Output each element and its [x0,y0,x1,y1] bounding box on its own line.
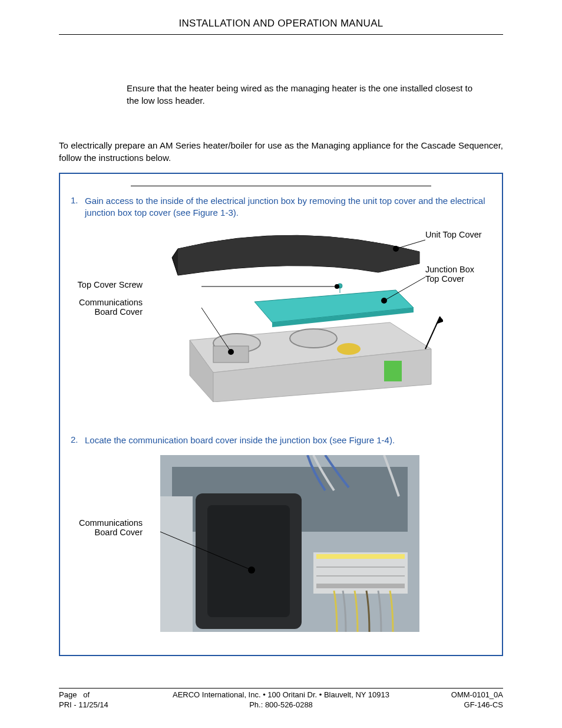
footer-phone: Ph.: 800-526-0288 [249,700,313,709]
footer-left: Page of PRI - 11/25/14 [59,690,141,710]
footer-pri-date: PRI - 11/25/14 [59,700,108,709]
footer-company: AERCO International, Inc. • 100 Oritani … [173,690,389,699]
label-line2: Board Cover [95,307,143,317]
label-communications-board-cover: Communications Board Cover [66,298,143,317]
footer-page-prefix: Page [59,690,77,699]
footer-right: OMM-0101_0A GF-146-CS [421,690,503,710]
footer-doc-no: OMM-0101_0A [451,690,503,699]
svg-rect-10 [384,361,402,381]
figure-1-3: Unit Top Cover Junction Box Top Cover To… [66,225,496,402]
note-text: Ensure that the heater being wired as th… [127,82,474,107]
label-line2: Board Cover [95,528,143,537]
footer-page-of: of [83,690,90,699]
figure-1-4: Communications Board Cover [66,452,496,635]
figure-1-4-svg [160,455,419,632]
svg-marker-20 [436,317,443,324]
svg-rect-31 [316,554,405,559]
svg-line-17 [384,277,425,301]
step-number: 2. [71,434,85,446]
figure-1-3-svg [137,225,443,402]
svg-line-16 [396,240,425,249]
label-line1: Junction Box [425,265,474,274]
rule-line [131,186,431,186]
svg-point-11 [337,343,361,355]
instruction-box: 1. Gain access to the inside of the elec… [59,173,503,656]
intro-paragraph: To electrically prepare an AM Series hea… [59,139,503,164]
footer-center: AERCO International, Inc. • 100 Oritani … [141,690,421,710]
label-line2: Top Cover [425,274,464,284]
svg-rect-25 [160,496,193,632]
label-line1: Communications [79,298,143,307]
svg-rect-24 [207,505,290,617]
label-top-cover-screw: Top Cover Screw [66,280,143,290]
label-junction-box-top-cover: Junction Box Top Cover [425,265,496,284]
step-number: 1. [71,195,85,219]
step-text: Locate the communication board cover ins… [85,434,401,446]
page-footer: Page of PRI - 11/25/14 AERCO Internation… [59,688,503,710]
label-unit-top-cover: Unit Top Cover [425,230,496,240]
label-communications-board-cover-2: Communications Board Cover [66,518,143,538]
footer-doc-ref: GF-146-CS [464,700,503,709]
step-2: 2. Locate the communication board cover … [66,434,496,446]
step-text: Gain access to the inside of the electri… [85,195,491,219]
step-1: 1. Gain access to the inside of the elec… [66,195,496,219]
label-line1: Communications [79,518,143,528]
svg-rect-32 [316,584,405,588]
svg-point-8 [290,329,337,348]
page-header-title: INSTALLATION AND OPERATION MANUAL [59,18,503,35]
